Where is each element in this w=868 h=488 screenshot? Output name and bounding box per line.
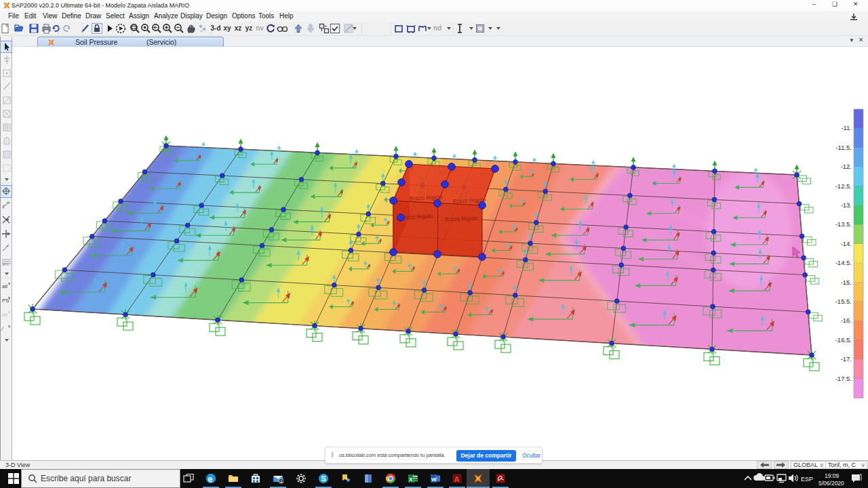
svg-text:5/06/2020: 5/06/2020 [818,480,844,487]
svg-text:S: S [321,474,326,483]
svg-text:ESP: ESP [801,476,813,483]
svg-text:X: X [409,476,413,483]
svg-text:PS: PS [2,298,9,304]
svg-text:clr: clr [2,312,8,318]
svg-text:A: A [454,475,460,483]
svg-text:19:09: 19:09 [825,472,840,479]
svg-text:SPC: SPC [2,262,9,266]
svg-text:all: all [2,283,7,289]
svg-text:e: e [208,474,213,484]
svg-text:W: W [431,476,437,483]
svg-text:∕: ∕ [1,326,4,332]
